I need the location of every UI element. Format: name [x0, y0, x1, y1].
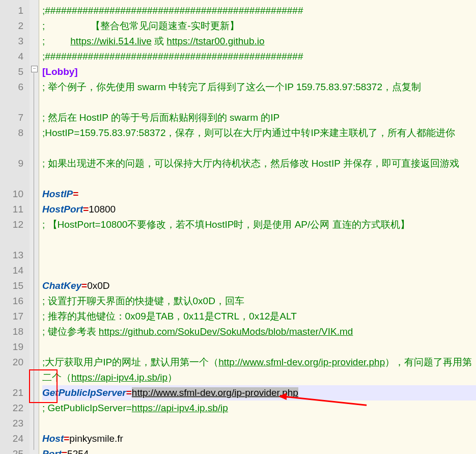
code-line: [Lobby] [42, 64, 476, 79]
code-line: Port=5254 [42, 446, 476, 454]
code-line: ;https://wiki.514.live 或 https://tstar00… [42, 34, 476, 49]
url-link[interactable]: https://api-ipv4.ip.sb/ip [71, 372, 167, 383]
code-line: ChatKey=0x0D [42, 278, 476, 293]
code-line: ;【整合包常见问题速查-实时更新】 [42, 18, 476, 34]
url-link[interactable]: https://api-ipv4.ip.sb/ip [132, 403, 228, 413]
code-line: Host=pinkysmile.fr [42, 431, 476, 446]
url-link[interactable]: https://wiki.514.live [70, 36, 151, 46]
code-line: ; 推荐的其他键位：0x09是TAB，0x11是CTRL，0x12是ALT [42, 309, 476, 324]
code-area[interactable]: ;#######################################… [39, 0, 476, 454]
code-line: ; 【HostPort=10800不要修改，若不填HostIP时，则是使用 AP… [42, 217, 476, 248]
code-line-current: GetPublicIpServer=http://www.sfml-dev.or… [42, 385, 476, 400]
code-line [42, 248, 476, 263]
ini-key: Port [42, 448, 62, 454]
code-line: ;#######################################… [42, 49, 476, 64]
ini-key: HostIP [42, 189, 73, 199]
code-line [42, 263, 476, 278]
ini-key: Host [42, 433, 64, 444]
url-link[interactable]: http://www.sfml-dev.org/ip-provider.php [132, 387, 298, 398]
code-editor: 1 2 3 4 5 6 7 8 9 10 11 12 13 14 15 16 1… [0, 0, 476, 454]
line-number-gutter: 1 2 3 4 5 6 7 8 9 10 11 12 13 14 15 16 1… [0, 0, 30, 454]
code-line: ;HostIP=159.75.83.97:58372，保存，则可以在大厅内通过中… [42, 125, 476, 156]
code-line: ;大厅获取用户IP的网址，默认用第一个（http://www.sfml-dev.… [42, 355, 476, 385]
fold-toggle-icon[interactable]: − [31, 66, 38, 72]
ini-section: [Lobby] [42, 66, 78, 77]
code-line: ; 如果出现进不来的问题，可以保持大厅内待机状态，然后修改 HostIP 并保存… [42, 156, 476, 186]
url-link[interactable]: http://www.sfml-dev.org/ip-provider.php [218, 357, 385, 367]
code-line [42, 339, 476, 355]
url-link[interactable]: https://github.com/SokuDev/SokuMods/blob… [99, 326, 353, 337]
code-line [42, 416, 476, 431]
code-line: HostIP= [42, 186, 476, 202]
ini-key: ChatKey [42, 280, 81, 291]
code-line: ; 设置打开聊天界面的快捷键，默认0x0D，回车 [42, 293, 476, 309]
code-line: ; 举个例子，你先使用 swarm 中转完了后得到了这么一个IP 159.75.… [42, 79, 476, 110]
ini-key: GetPublicIpServer [42, 387, 126, 398]
code-line: HostPort=10800 [42, 202, 476, 217]
code-line: ; 然后在 HostIP 的等于号后面粘贴刚得到的 swarm 的IP [42, 110, 476, 125]
code-line: ; 键位参考表 https://github.com/SokuDev/SokuM… [42, 324, 476, 339]
code-line: ;#######################################… [42, 3, 476, 18]
fold-column: − [30, 0, 39, 454]
code-line: ; GetPublicIpServer=https://api-ipv4.ip.… [42, 400, 476, 416]
url-link[interactable]: https://tstar00.github.io [166, 36, 264, 46]
ini-key: HostPort [42, 204, 83, 215]
